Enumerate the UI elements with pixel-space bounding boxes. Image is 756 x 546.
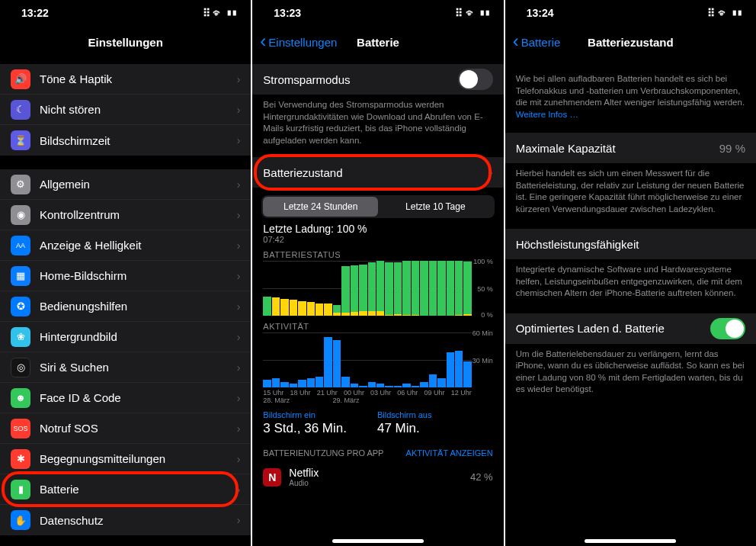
chevron-right-icon: › — [237, 514, 241, 526]
row-label: Bedienungshilfen — [40, 300, 231, 313]
show-activity-button[interactable]: AKTIVITÄT ANZEIGEN — [406, 448, 493, 458]
chart-title: AKTIVITÄT — [263, 322, 492, 331]
row-label: Batterie — [40, 483, 231, 496]
row-label: Datenschutz — [40, 514, 231, 527]
row-icon: ❀ — [11, 327, 30, 347]
low-power-toggle[interactable] — [458, 69, 493, 90]
row-icon: ☾ — [11, 100, 30, 120]
settings-row[interactable]: ☻Face ID & Code› — [0, 383, 251, 413]
settings-row[interactable]: ⏳Bildschirmzeit› — [0, 125, 251, 156]
screen-on-value: 3 Std., 36 Min. — [263, 421, 347, 436]
x-axis-dates: 28. März 29. März — [263, 397, 492, 404]
chevron-right-icon: › — [237, 392, 241, 404]
settings-list[interactable]: 🔊Töne & Haptik›☾Nicht stören›⏳Bildschirm… — [0, 58, 251, 546]
settings-row[interactable]: ▮Batterie› — [0, 474, 251, 505]
chevron-right-icon: › — [237, 331, 241, 343]
page-title: Batteriezustand — [505, 36, 756, 49]
chevron-right-icon: › — [489, 166, 493, 178]
settings-row[interactable]: ◉Kontrollzentrum› — [0, 200, 251, 230]
battery-health-cell[interactable]: Batteriezustand › — [252, 157, 503, 188]
settings-row[interactable]: ◎Siri & Suchen› — [0, 352, 251, 383]
last-charge-label: Letzte Ladung: 100 % — [263, 223, 367, 235]
row-label: Bildschirmzeit — [40, 134, 231, 147]
row-label: Kontrollzentrum — [40, 208, 231, 221]
navbar: Einstellungen Batterie — [252, 26, 503, 58]
chevron-right-icon: › — [237, 134, 241, 146]
row-icon: ◎ — [11, 358, 30, 377]
settings-row[interactable]: ⚙︎Allgemein› — [0, 169, 251, 200]
page-title: Batterie — [252, 36, 503, 49]
settings-row[interactable]: AAAnzeige & Helligkeit› — [0, 230, 251, 261]
low-power-mode-cell[interactable]: Stromsparmodus — [252, 64, 503, 95]
status-icons: ⠿ ᯤ ▮▮ — [707, 7, 742, 19]
battery-content: Stromsparmodus Bei Verwendung des Stroms… — [252, 58, 503, 546]
settings-row[interactable]: ✋Datenschutz› — [0, 505, 251, 535]
screen-off-label: Bildschirm aus — [377, 410, 432, 419]
chevron-right-icon: › — [237, 361, 241, 374]
screen-on-label: Bildschirm ein — [263, 410, 347, 419]
per-app-header: BATTERIENUTZUNG PRO APP AKTIVITÄT ANZEIG… — [252, 441, 503, 461]
phone-battery: 13:23 ⠿ ᯤ ▮▮ Einstellungen Batterie Stro… — [252, 0, 503, 546]
peak-note: Integrierte dynamische Software und Hard… — [505, 259, 756, 303]
optimized-charging-toggle[interactable] — [710, 318, 745, 339]
settings-row[interactable]: ❀Hintergrundbild› — [0, 322, 251, 352]
row-label: Begegnungsmitteilungen — [40, 452, 231, 465]
optimized-note: Um die Batterielebensdauer zu verlängern… — [505, 344, 756, 399]
row-icon: ✱ — [11, 449, 30, 469]
navbar: Batterie Batteriezustand — [505, 26, 756, 58]
seg-24h[interactable]: Letzte 24 Stunden — [263, 197, 378, 217]
row-label: Siri & Suchen — [40, 361, 231, 374]
chevron-right-icon: › — [237, 300, 241, 313]
netflix-icon: N — [263, 468, 281, 487]
app-usage-row[interactable]: N Netflix Audio 42 % — [252, 461, 503, 493]
chevron-right-icon: › — [237, 422, 241, 435]
settings-row[interactable]: ✪Bedienungshilfen› — [0, 291, 251, 322]
row-icon: SOS — [11, 419, 30, 438]
chevron-right-icon: › — [237, 104, 241, 116]
app-sub: Audio — [289, 479, 470, 487]
row-icon: 🔊 — [11, 69, 30, 89]
row-icon: ✋ — [11, 510, 30, 530]
row-label: Töne & Haptik — [40, 72, 231, 85]
home-indicator[interactable] — [585, 539, 676, 543]
app-name: Netflix — [289, 467, 470, 479]
optimized-charging-cell[interactable]: Optimiertes Laden d. Batterie — [505, 313, 756, 344]
row-icon: ✪ — [11, 297, 30, 316]
capacity-note: Hierbei handelt es sich um einen Messwer… — [505, 163, 756, 218]
row-label: Face ID & Code — [40, 391, 231, 404]
settings-row[interactable]: ✱Begegnungsmitteilungen› — [0, 444, 251, 474]
last-charge-time: 07:42 — [263, 235, 492, 244]
max-capacity-value: 99 % — [719, 142, 745, 155]
peak-perf-label: Höchstleistungsfähigkeit — [516, 238, 745, 251]
chevron-right-icon: › — [237, 209, 241, 221]
time-range-segmented[interactable]: Letzte 24 Stunden Letzte 10 Tage — [261, 195, 494, 218]
app-pct: 42 % — [470, 471, 493, 483]
settings-row[interactable]: 🔊Töne & Haptik› — [0, 64, 251, 95]
max-capacity-cell: Maximale Kapazität 99 % — [505, 133, 756, 163]
navbar: Einstellungen — [0, 26, 251, 58]
health-content: Wie bei allen aufladbaren Batterien hand… — [505, 58, 756, 546]
low-power-note: Bei Verwendung des Stromsparmodus werden… — [252, 95, 503, 149]
chevron-right-icon: › — [237, 73, 241, 85]
intro-note: Wie bei allen aufladbaren Batterien hand… — [505, 69, 756, 124]
battery-health-label: Batteriezustand — [263, 166, 483, 179]
low-power-label: Stromsparmodus — [263, 73, 457, 86]
home-indicator[interactable] — [332, 539, 424, 543]
last-charge: Letzte Ladung: 100 % 07:42 — [252, 223, 503, 244]
settings-row[interactable]: ▦Home-Bildschirm› — [0, 261, 251, 291]
more-info-link[interactable]: Weitere Infos … — [516, 110, 578, 119]
settings-row[interactable]: ☾Nicht stören› — [0, 95, 251, 125]
row-label: Home-Bildschirm — [40, 269, 231, 282]
screen-stats: Bildschirm ein 3 Std., 36 Min. Bildschir… — [252, 404, 503, 441]
phone-battery-health: 13:24 ⠿ ᯤ ▮▮ Batterie Batteriezustand Wi… — [505, 0, 756, 546]
settings-row[interactable]: SOSNotruf SOS› — [0, 413, 251, 444]
phone-settings: 13:22 ⠿ ᯤ ▮▮ Einstellungen 🔊Töne & Hapti… — [0, 0, 251, 546]
status-time: 13:23 — [274, 7, 301, 19]
row-icon: ◉ — [11, 205, 30, 225]
status-time: 13:22 — [21, 7, 49, 19]
max-capacity-label: Maximale Kapazität — [516, 142, 715, 155]
seg-10d[interactable]: Letzte 10 Tage — [378, 197, 493, 217]
status-icons: ⠿ ᯤ ▮▮ — [455, 7, 490, 19]
chevron-right-icon: › — [237, 483, 241, 496]
row-icon: AA — [11, 236, 30, 255]
